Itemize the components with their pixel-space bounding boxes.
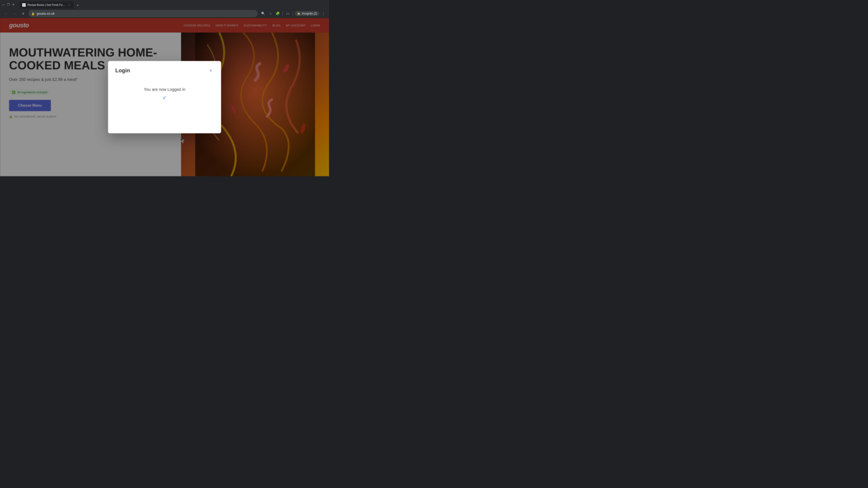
title-bar: — ❐ ✕ Recipe Boxes | Get Fresh Food ... …: [0, 0, 329, 9]
new-tab-button[interactable]: +: [74, 2, 81, 8]
minimize-button[interactable]: —: [2, 3, 5, 6]
maximize-button[interactable]: ❐: [7, 3, 10, 6]
search-button[interactable]: 🔍: [260, 10, 266, 17]
incognito-icon: 🕵: [297, 12, 301, 15]
sidebar-button[interactable]: ▭: [285, 10, 291, 17]
more-options-button[interactable]: ⋮: [320, 10, 327, 17]
modal-close-button[interactable]: ×: [208, 67, 214, 74]
tab-favicon: [22, 3, 26, 7]
login-modal: Login × You are now Logged in ✓: [108, 61, 221, 133]
bookmark-button[interactable]: ☆: [267, 10, 274, 17]
back-button[interactable]: ←: [3, 10, 9, 17]
website-content: gousto CHOOSE RECIPES HOW IT WORKS SUSTA…: [0, 18, 329, 176]
extensions-button[interactable]: 🧩: [274, 10, 281, 17]
tab-title: Recipe Boxes | Get Fresh Food ...: [28, 3, 66, 6]
url-bar[interactable]: 🔒 gousto.co.uk: [29, 10, 258, 17]
reload-button[interactable]: ✕: [20, 10, 26, 17]
window-controls: — ❐ ✕: [2, 3, 15, 6]
logged-in-message: You are now Logged in: [144, 87, 185, 92]
modal-body: You are now Logged in ✓: [115, 78, 214, 110]
close-window-button[interactable]: ✕: [12, 3, 15, 6]
check-mark-icon: ✓: [162, 95, 167, 101]
modal-header: Login ×: [115, 67, 214, 74]
profile-label: Incognito (2): [302, 12, 317, 15]
profile-button[interactable]: 🕵 Incognito (2): [295, 11, 319, 16]
tabs-bar: Recipe Boxes | Get Fresh Food ... × +: [18, 0, 83, 8]
lock-icon: 🔒: [31, 12, 35, 15]
active-tab[interactable]: Recipe Boxes | Get Fresh Food ... ×: [20, 1, 74, 8]
toolbar-icons: 🔍 ☆ 🧩 ▭ 🕵 Incognito (2) ⋮: [260, 10, 327, 17]
browser-chrome: — ❐ ✕ Recipe Boxes | Get Fresh Food ... …: [0, 0, 329, 18]
address-bar: ← → ✕ 🔒 gousto.co.uk 🔍 ☆ 🧩 ▭ 🕵 Incognito…: [0, 9, 329, 18]
modal-overlay: Login × You are now Logged in ✓: [0, 18, 329, 176]
tab-close-button[interactable]: ×: [67, 3, 71, 7]
forward-button[interactable]: →: [11, 10, 18, 17]
modal-title: Login: [115, 67, 130, 74]
url-text: gousto.co.uk: [37, 12, 255, 15]
